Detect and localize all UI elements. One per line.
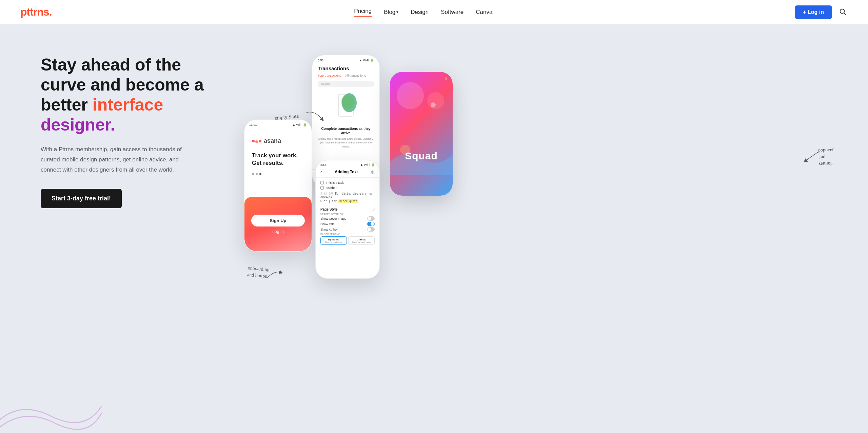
search-icon: [839, 8, 846, 15]
nav-link-canva[interactable]: Canva: [476, 9, 492, 16]
hero-description: With a Pttrns membership, gain access to…: [41, 144, 183, 175]
cta-button[interactable]: Start 3-day free trial!: [41, 189, 122, 208]
search-button[interactable]: [837, 6, 848, 18]
empty-desc: Simply add a receipt and a few details. …: [318, 137, 374, 149]
svg-line-1: [844, 13, 846, 15]
annotation-popover: popoverandsettings: [818, 146, 835, 167]
phones-area: empty State 8:51 ▲WiFi🔋 Transaction: [237, 52, 841, 296]
hero-title: Stay ahead of the curve and become a bet…: [41, 55, 217, 135]
phone-asana: 11:01 ▲ WiFi 🔋 asana Track your work.Get…: [244, 119, 312, 252]
nav-link-software[interactable]: Software: [441, 9, 463, 16]
nav-link-pricing[interactable]: Pricing: [354, 8, 372, 17]
asana-login[interactable]: Log In: [272, 229, 283, 234]
asana-signup[interactable]: Sign Up: [251, 215, 305, 227]
nav-right: + Log in: [795, 5, 848, 19]
transactions-title: Transactions: [318, 65, 374, 71]
navbar: pttrns. Pricing Blog ▾ Design Software C…: [0, 0, 868, 24]
login-button[interactable]: + Log in: [795, 5, 832, 19]
empty-title: Complete transactions as they arrive: [318, 126, 374, 135]
hero-highlight-red: interface: [93, 95, 163, 114]
phone-squad: Squad: [390, 72, 453, 196]
nav-link-blog[interactable]: Blog ▾: [384, 9, 398, 16]
asana-tagline: Track your work.Get results.: [252, 152, 304, 167]
hero-highlight-purple: designer.: [41, 115, 115, 134]
chevron-down-icon: ▾: [396, 10, 398, 14]
annotation-onboarding: onboardingand button: [247, 264, 270, 280]
phone-notes: 2:56 ▲ WiFi 🔋 ‹ Adding Text ⊕ This is a …: [315, 160, 380, 279]
svg-point-0: [840, 9, 845, 14]
svg-point-7: [341, 95, 354, 110]
nav-link-design[interactable]: Design: [411, 9, 429, 16]
wave-decoration: [0, 365, 102, 433]
hero-section: Stay ahead of the curve and become a bet…: [0, 24, 868, 433]
notes-nav-title: Adding Text: [335, 170, 358, 174]
logo[interactable]: pttrns.: [20, 6, 52, 18]
hero-text: Stay ahead of the curve and become a bet…: [41, 52, 217, 208]
nav-links: Pricing Blog ▾ Design Software Canva: [354, 8, 492, 17]
squad-label: Squad: [390, 150, 453, 162]
